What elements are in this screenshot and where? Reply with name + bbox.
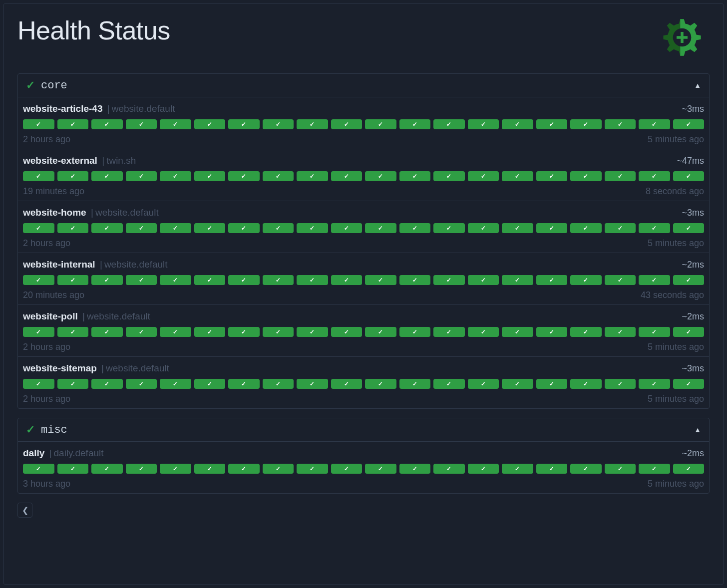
status-tick[interactable]	[297, 223, 328, 233]
status-tick[interactable]	[365, 119, 396, 129]
status-tick[interactable]	[331, 379, 363, 389]
status-tick[interactable]	[194, 223, 226, 233]
status-tick[interactable]	[228, 119, 260, 129]
status-tick[interactable]	[23, 379, 54, 389]
status-tick[interactable]	[570, 327, 602, 337]
status-tick[interactable]	[468, 275, 499, 285]
status-tick[interactable]	[23, 223, 54, 233]
status-tick[interactable]	[399, 171, 431, 181]
status-tick[interactable]	[639, 275, 670, 285]
status-tick[interactable]	[570, 119, 602, 129]
status-tick[interactable]	[23, 327, 54, 337]
service-row[interactable]: website-internal |website.default~2ms20 …	[18, 253, 709, 305]
status-tick[interactable]	[160, 327, 191, 337]
status-tick[interactable]	[228, 171, 260, 181]
status-tick[interactable]	[365, 379, 396, 389]
status-tick[interactable]	[91, 223, 123, 233]
status-tick[interactable]	[160, 379, 191, 389]
status-tick[interactable]	[126, 379, 157, 389]
status-tick[interactable]	[639, 171, 670, 181]
status-tick[interactable]	[570, 171, 602, 181]
group-header-misc[interactable]: ✓misc▲	[18, 418, 709, 442]
status-tick[interactable]	[570, 275, 602, 285]
status-tick[interactable]	[468, 464, 499, 474]
status-tick[interactable]	[297, 379, 328, 389]
status-tick[interactable]	[399, 275, 431, 285]
status-tick[interactable]	[57, 379, 89, 389]
status-tick[interactable]	[673, 275, 705, 285]
status-tick[interactable]	[331, 223, 363, 233]
status-tick[interactable]	[639, 119, 670, 129]
status-tick[interactable]	[605, 327, 636, 337]
status-tick[interactable]	[468, 119, 499, 129]
status-tick[interactable]	[331, 171, 363, 181]
status-tick[interactable]	[605, 275, 636, 285]
status-tick[interactable]	[536, 119, 568, 129]
status-tick[interactable]	[263, 119, 294, 129]
status-tick[interactable]	[502, 464, 533, 474]
status-tick[interactable]	[433, 119, 465, 129]
status-tick[interactable]	[433, 379, 465, 389]
status-tick[interactable]	[297, 119, 328, 129]
status-tick[interactable]	[57, 275, 89, 285]
status-tick[interactable]	[297, 171, 328, 181]
status-tick[interactable]	[23, 464, 54, 474]
status-tick[interactable]	[23, 275, 54, 285]
status-tick[interactable]	[160, 275, 191, 285]
status-tick[interactable]	[57, 171, 89, 181]
status-tick[interactable]	[605, 223, 636, 233]
status-tick[interactable]	[365, 464, 396, 474]
status-tick[interactable]	[194, 275, 226, 285]
status-tick[interactable]	[194, 119, 226, 129]
status-tick[interactable]	[91, 119, 123, 129]
status-tick[interactable]	[468, 223, 499, 233]
status-tick[interactable]	[228, 275, 260, 285]
status-tick[interactable]	[673, 223, 705, 233]
service-row[interactable]: website-sitemap |website.default~3ms2 ho…	[18, 357, 709, 408]
service-row[interactable]: website-poll |website.default~2ms2 hours…	[18, 305, 709, 357]
status-tick[interactable]	[194, 171, 226, 181]
status-tick[interactable]	[673, 379, 705, 389]
status-tick[interactable]	[536, 327, 568, 337]
status-tick[interactable]	[263, 464, 294, 474]
status-tick[interactable]	[160, 119, 191, 129]
status-tick[interactable]	[502, 119, 533, 129]
status-tick[interactable]	[399, 379, 431, 389]
service-row[interactable]: daily |daily.default~2ms3 hours ago5 min…	[18, 442, 709, 493]
status-tick[interactable]	[399, 464, 431, 474]
status-tick[interactable]	[365, 223, 396, 233]
status-tick[interactable]	[605, 379, 636, 389]
status-tick[interactable]	[331, 464, 363, 474]
status-tick[interactable]	[297, 327, 328, 337]
status-tick[interactable]	[468, 171, 499, 181]
status-tick[interactable]	[57, 464, 89, 474]
status-tick[interactable]	[365, 275, 396, 285]
status-tick[interactable]	[433, 171, 465, 181]
status-tick[interactable]	[331, 119, 363, 129]
status-tick[interactable]	[502, 379, 533, 389]
status-tick[interactable]	[433, 327, 465, 337]
status-tick[interactable]	[91, 464, 123, 474]
status-tick[interactable]	[263, 171, 294, 181]
status-tick[interactable]	[126, 171, 157, 181]
status-tick[interactable]	[126, 464, 157, 474]
status-tick[interactable]	[160, 464, 191, 474]
status-tick[interactable]	[160, 223, 191, 233]
status-tick[interactable]	[297, 464, 328, 474]
status-tick[interactable]	[365, 171, 396, 181]
status-tick[interactable]	[673, 119, 705, 129]
status-tick[interactable]	[502, 223, 533, 233]
status-tick[interactable]	[91, 327, 123, 337]
status-tick[interactable]	[126, 275, 157, 285]
status-tick[interactable]	[263, 275, 294, 285]
status-tick[interactable]	[570, 464, 602, 474]
status-tick[interactable]	[228, 223, 260, 233]
status-tick[interactable]	[536, 464, 568, 474]
status-tick[interactable]	[639, 464, 670, 474]
status-tick[interactable]	[399, 223, 431, 233]
status-tick[interactable]	[433, 464, 465, 474]
status-tick[interactable]	[502, 171, 533, 181]
status-tick[interactable]	[331, 275, 363, 285]
status-tick[interactable]	[228, 464, 260, 474]
status-tick[interactable]	[605, 119, 636, 129]
